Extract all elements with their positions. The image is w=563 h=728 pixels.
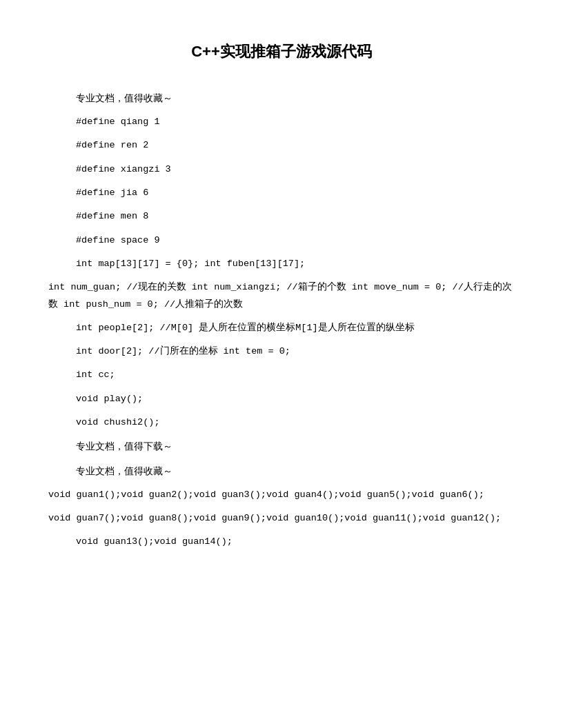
- text-line: int num_guan; //现在的关数 int num_xiangzi; /…: [48, 279, 515, 313]
- content-area: 专业文档，值得收藏～#define qiang 1#define ren 2#d…: [28, 90, 535, 551]
- text-line: int people[2]; //M[0] 是人所在位置的横坐标M[1]是人所在…: [48, 320, 515, 336]
- page-container: C++实现推箱子游戏源代码 专业文档，值得收藏～#define qiang 1#…: [28, 41, 535, 551]
- text-line: int door[2]; //门所在的坐标 int tem = 0;: [48, 343, 515, 360]
- text-line: #define ren 2: [48, 137, 515, 154]
- text-line: #define xiangzi 3: [48, 161, 515, 178]
- text-line: 专业文档，值得收藏～: [48, 463, 515, 480]
- text-line: #define men 8: [48, 208, 515, 225]
- text-line: void guan1();void guan2();void guan3();v…: [48, 487, 515, 503]
- text-line: #define qiang 1: [48, 114, 515, 130]
- text-line: void play();: [48, 391, 515, 407]
- text-line: int map[13][17] = {0}; int fuben[13][17]…: [48, 256, 515, 272]
- text-line: #define jia 6: [48, 185, 515, 201]
- text-line: void guan7();void guan8();void guan9();v…: [48, 510, 515, 527]
- text-line: int cc;: [48, 367, 515, 383]
- text-line: void guan13();void guan14();: [48, 534, 515, 550]
- text-line: 专业文档，值得下载～: [48, 438, 515, 455]
- text-line: void chushi2();: [48, 414, 515, 431]
- text-line: 专业文档，值得收藏～: [48, 90, 515, 107]
- page-title: C++实现推箱子游戏源代码: [28, 41, 535, 62]
- text-line: #define space 9: [48, 232, 515, 249]
